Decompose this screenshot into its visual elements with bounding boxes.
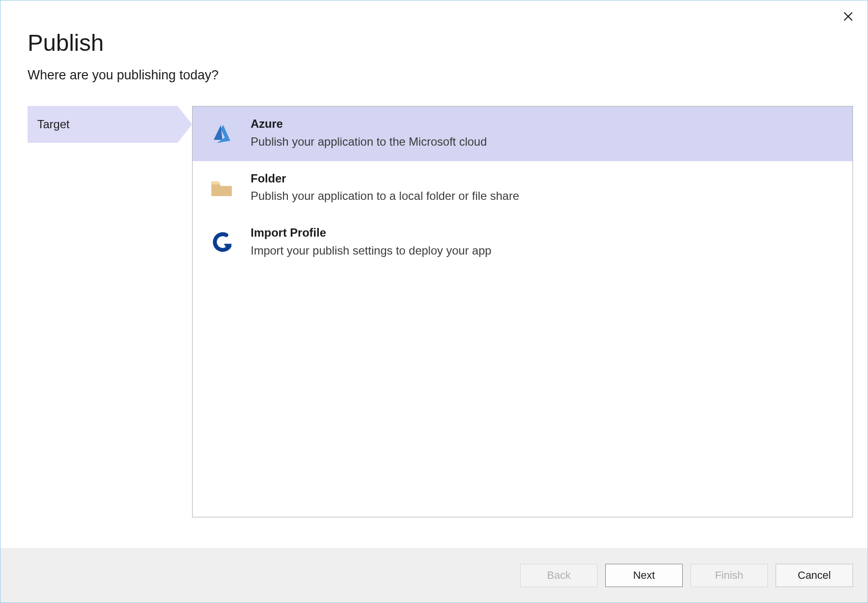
option-import-profile[interactable]: Import Profile Import your publish setti…: [193, 215, 853, 270]
back-button[interactable]: Back: [520, 564, 598, 587]
wizard-steps: Target: [28, 106, 178, 548]
option-desc: Publish your application to a local fold…: [251, 187, 839, 205]
target-options-panel: Azure Publish your application to the Mi…: [192, 106, 853, 517]
option-title: Azure: [251, 117, 839, 131]
option-title: Import Profile: [251, 226, 839, 240]
wizard-step-target[interactable]: Target: [28, 106, 178, 143]
option-text: Azure Publish your application to the Mi…: [251, 117, 839, 151]
import-icon: [206, 227, 237, 258]
option-folder[interactable]: Folder Publish your application to a loc…: [193, 161, 853, 216]
option-title: Folder: [251, 172, 839, 186]
azure-icon: [206, 118, 237, 149]
close-button[interactable]: [838, 6, 859, 28]
next-button[interactable]: Next: [605, 564, 683, 587]
option-text: Import Profile Import your publish setti…: [251, 226, 839, 259]
option-text: Folder Publish your application to a loc…: [251, 172, 839, 205]
folder-icon: [206, 173, 237, 204]
dialog-header: Publish Where are you publishing today?: [0, 0, 868, 94]
wizard-step-label: Target: [37, 118, 70, 131]
dialog-body: Target Azure Publish your application to…: [0, 94, 868, 548]
dialog-title: Publish: [28, 30, 840, 56]
close-icon: [843, 11, 853, 23]
cancel-button[interactable]: Cancel: [776, 564, 853, 587]
option-desc: Publish your application to the Microsof…: [251, 133, 839, 151]
option-azure[interactable]: Azure Publish your application to the Mi…: [193, 106, 853, 161]
publish-dialog: Publish Where are you publishing today? …: [0, 0, 868, 603]
option-desc: Import your publish settings to deploy y…: [251, 242, 839, 259]
dialog-subtitle: Where are you publishing today?: [28, 68, 840, 83]
finish-button[interactable]: Finish: [690, 564, 768, 587]
dialog-footer: Back Next Finish Cancel: [0, 548, 868, 603]
